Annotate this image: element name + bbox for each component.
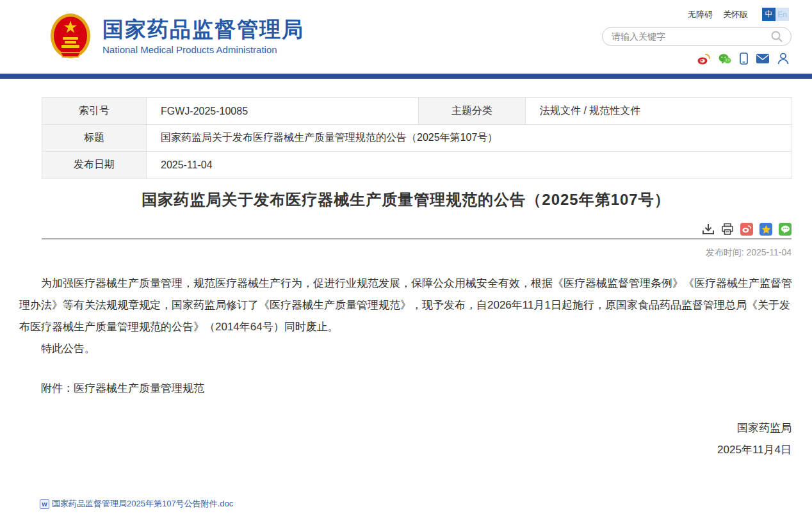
accessibility-link[interactable]: 无障碍	[688, 9, 713, 20]
wechat-icon[interactable]	[719, 53, 731, 65]
publish-time-value: 2025-11-04	[746, 247, 792, 257]
lang-zh-button[interactable]: 中	[762, 8, 775, 21]
meta-label-index: 索引号	[42, 98, 147, 125]
national-emblem-icon	[50, 13, 91, 59]
meta-label-category: 主题分类	[419, 98, 526, 125]
logo-text: 国家药品监督管理局 National Medical Products Admi…	[102, 17, 304, 55]
search-input[interactable]	[610, 31, 770, 42]
meta-label-title: 标题	[42, 125, 147, 152]
meta-label-date: 发布日期	[42, 152, 147, 179]
publish-time-label: 发布时间:	[706, 247, 744, 257]
signature-name: 国家药监局	[717, 417, 792, 439]
site-logo[interactable]: 国家药品监督管理局 National Medical Products Admi…	[50, 13, 304, 59]
meta-value-date: 2025-11-04	[147, 152, 792, 179]
svg-text:W: W	[42, 501, 47, 508]
page: { "header": { "top_links": { "accessibil…	[0, 0, 812, 516]
signature-date: 2025年11月4日	[717, 439, 792, 461]
meta-row-date: 发布日期 2025-11-04	[42, 152, 792, 179]
user-icon[interactable]	[777, 52, 789, 65]
search-icon[interactable]	[770, 30, 783, 43]
share-weibo-icon[interactable]	[740, 223, 753, 236]
meta-row-title: 标题 国家药监局关于发布医疗器械生产质量管理规范的公告（2025年第107号）	[42, 125, 792, 152]
article-title: 国家药监局关于发布医疗器械生产质量管理规范的公告（2025年第107号）	[26, 189, 786, 210]
lang-en-button[interactable]: En	[775, 8, 789, 21]
word-doc-icon: W	[40, 499, 49, 509]
header-top-links: 无障碍 关怀版 中 En	[688, 8, 789, 21]
paragraph: 为加强医疗器械生产质量管理，规范医疗器械生产行为，促进行业规范发展，保障公众用械…	[19, 273, 792, 338]
signature-block: 国家药监局 2025年11月4日	[717, 417, 792, 461]
attachment-doc-link[interactable]: W 国家药品监督管理局2025年第107号公告附件.doc	[40, 498, 233, 510]
social-icons	[697, 52, 789, 65]
mail-icon[interactable]	[756, 54, 769, 63]
meta-row-index: 索引号 FGWJ-2025-10085 主题分类 法规文件 / 规范性文件	[42, 98, 792, 125]
meta-table: 索引号 FGWJ-2025-10085 主题分类 法规文件 / 规范性文件 标题…	[42, 97, 792, 179]
weibo-icon[interactable]	[697, 53, 710, 65]
title-divider	[42, 238, 792, 239]
article-toolbar	[702, 223, 792, 236]
site-subtitle: National Medical Products Administration	[102, 44, 304, 55]
header-divider-bar	[0, 74, 812, 79]
share-wechat-icon[interactable]	[779, 223, 792, 236]
publish-time: 发布时间: 2025-11-04	[706, 247, 792, 259]
attachment-line: 附件：医疗器械生产质量管理规范	[19, 378, 792, 399]
search-box	[602, 27, 792, 46]
language-toggle: 中 En	[762, 8, 789, 21]
site-header: 无障碍 关怀版 中 En 国家药品监督管理局 National Medical …	[0, 0, 812, 74]
mobile-icon[interactable]	[740, 52, 748, 65]
download-icon[interactable]	[702, 223, 715, 236]
care-version-link[interactable]: 关怀版	[723, 9, 748, 20]
meta-value-title: 国家药监局关于发布医疗器械生产质量管理规范的公告（2025年第107号）	[147, 125, 792, 152]
meta-value-index: FGWJ-2025-10085	[147, 98, 419, 125]
print-icon[interactable]	[721, 223, 734, 236]
article-body: 为加强医疗器械生产质量管理，规范医疗器械生产行为，促进行业规范发展，保障公众用械…	[19, 273, 792, 399]
meta-value-category: 法规文件 / 规范性文件	[526, 98, 792, 125]
share-qzone-icon[interactable]	[759, 223, 772, 236]
site-title: 国家药品监督管理局	[102, 17, 304, 42]
attachment-doc-name: 国家药品监督管理局2025年第107号公告附件.doc	[52, 498, 233, 510]
paragraph: 特此公告。	[19, 338, 792, 360]
